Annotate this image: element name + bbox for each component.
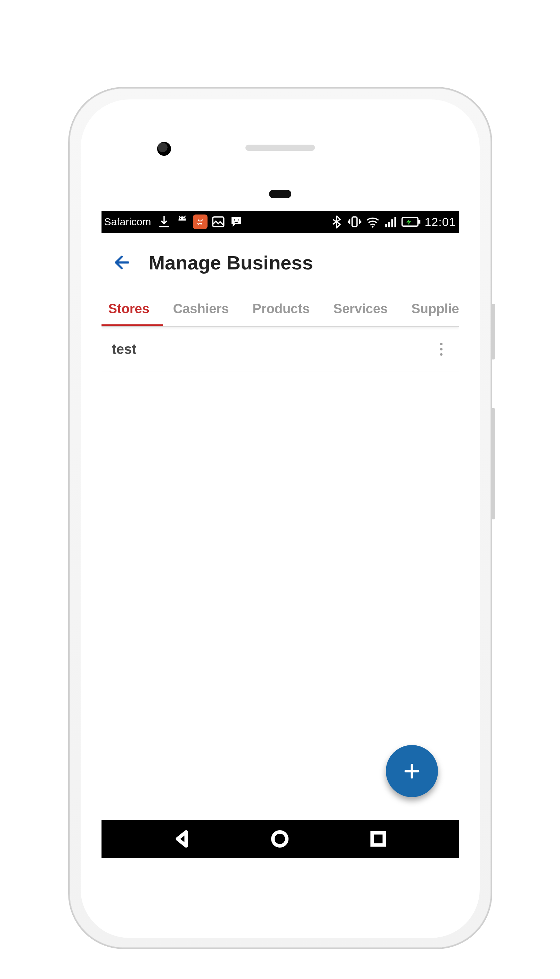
svg-point-1 xyxy=(183,218,185,220)
add-button[interactable] xyxy=(386,745,438,797)
tab-cashiers[interactable]: Cashiers xyxy=(161,292,241,326)
stores-list: test xyxy=(102,327,459,372)
screen: Safaricom xyxy=(102,211,459,858)
tab-stores[interactable]: Stores xyxy=(102,292,161,326)
system-nav-bar xyxy=(102,820,459,858)
download-icon xyxy=(157,215,172,229)
tab-label: Supplie xyxy=(411,302,458,316)
vibrate-icon xyxy=(347,215,362,229)
svg-point-6 xyxy=(372,226,374,227)
tabs: Stores Cashiers Products Services Suppli… xyxy=(102,292,459,327)
svg-rect-7 xyxy=(385,224,387,227)
nav-back-button[interactable] xyxy=(172,829,192,849)
phone-frame: Safaricom xyxy=(68,87,492,949)
signal-icon xyxy=(383,215,398,229)
image-icon xyxy=(211,215,226,229)
nav-recents-button[interactable] xyxy=(368,829,388,849)
android-icon xyxy=(175,215,190,229)
carrier-label: Safaricom xyxy=(104,216,151,228)
tab-label: Cashiers xyxy=(173,302,229,316)
more-options-button[interactable] xyxy=(435,339,448,360)
proximity-sensor xyxy=(269,190,291,198)
message-icon xyxy=(229,215,244,229)
wifi-icon xyxy=(365,215,380,229)
list-item[interactable]: test xyxy=(102,327,459,372)
svg-rect-10 xyxy=(395,217,396,227)
svg-point-0 xyxy=(180,218,181,220)
app-bar: Manage Business xyxy=(102,233,459,292)
page-title: Manage Business xyxy=(149,251,313,274)
side-button-power xyxy=(491,304,495,359)
notification-app-icon xyxy=(193,215,208,229)
tab-products[interactable]: Products xyxy=(240,292,322,326)
front-camera xyxy=(157,142,171,156)
svg-point-4 xyxy=(237,219,239,221)
svg-rect-14 xyxy=(372,833,385,845)
svg-rect-5 xyxy=(352,217,357,227)
battery-icon xyxy=(402,215,421,229)
clock-label: 12:01 xyxy=(425,215,456,229)
nav-home-button[interactable] xyxy=(269,829,290,849)
status-bar: Safaricom xyxy=(102,211,459,233)
back-button[interactable] xyxy=(112,253,132,272)
phone-bezel: Safaricom xyxy=(81,99,480,938)
svg-rect-9 xyxy=(392,219,393,227)
svg-point-3 xyxy=(234,219,235,221)
tab-suppliers[interactable]: Supplie xyxy=(399,292,458,326)
tab-label: Services xyxy=(333,302,388,316)
bluetooth-icon xyxy=(329,215,344,229)
svg-rect-12 xyxy=(418,220,420,224)
tab-label: Stores xyxy=(108,302,150,316)
tab-label: Products xyxy=(252,302,310,316)
list-item-label: test xyxy=(112,341,137,357)
speaker-slit xyxy=(245,145,315,151)
svg-point-13 xyxy=(273,832,287,846)
tab-services[interactable]: Services xyxy=(322,292,399,326)
svg-rect-8 xyxy=(388,222,390,227)
side-button-volume xyxy=(491,408,495,519)
